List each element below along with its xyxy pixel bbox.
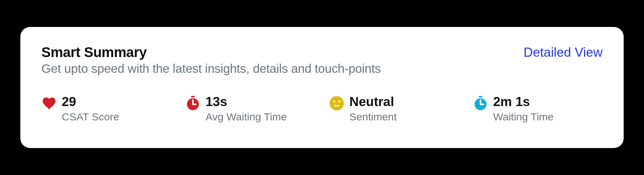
card-header: Smart Summary Get upto speed with the la… bbox=[41, 44, 603, 76]
stopwatch-icon bbox=[185, 96, 201, 111]
stat-body: Neutral Sentiment bbox=[349, 95, 397, 124]
stat-label: Avg Waiting Time bbox=[206, 110, 287, 124]
stats-row: 29 CSAT Score 13s Avg Waiting Time bbox=[41, 95, 603, 124]
svg-rect-5 bbox=[334, 105, 340, 106]
neutral-face-icon bbox=[329, 96, 344, 111]
stat-waiting-time: 2m 1s Waiting Time bbox=[473, 95, 603, 124]
svg-rect-6 bbox=[479, 96, 483, 97]
stat-sentiment: Neutral Sentiment bbox=[329, 95, 459, 124]
heart-icon bbox=[41, 96, 57, 111]
header-text-block: Smart Summary Get upto speed with the la… bbox=[41, 44, 523, 76]
detailed-view-link[interactable]: Detailed View bbox=[523, 45, 603, 60]
stat-avg-waiting: 13s Avg Waiting Time bbox=[185, 95, 315, 124]
stat-body: 13s Avg Waiting Time bbox=[206, 95, 287, 124]
stat-body: 29 CSAT Score bbox=[62, 95, 119, 124]
stat-csat: 29 CSAT Score bbox=[41, 95, 171, 124]
stat-label: CSAT Score bbox=[62, 110, 119, 124]
svg-point-3 bbox=[333, 100, 335, 103]
smart-summary-card: Smart Summary Get upto speed with the la… bbox=[20, 27, 624, 148]
stat-value: Neutral bbox=[349, 95, 397, 109]
card-subtitle: Get upto speed with the latest insights,… bbox=[41, 62, 523, 76]
stat-value: 2m 1s bbox=[493, 95, 554, 109]
stat-value: 13s bbox=[206, 95, 287, 109]
stat-value: 29 bbox=[62, 95, 119, 109]
svg-rect-0 bbox=[191, 96, 195, 97]
stat-body: 2m 1s Waiting Time bbox=[493, 95, 554, 124]
svg-point-2 bbox=[330, 96, 344, 110]
stat-label: Sentiment bbox=[349, 110, 397, 124]
card-title: Smart Summary bbox=[41, 44, 523, 60]
stat-label: Waiting Time bbox=[493, 110, 554, 124]
svg-point-4 bbox=[338, 100, 340, 103]
stopwatch-icon bbox=[473, 96, 488, 111]
